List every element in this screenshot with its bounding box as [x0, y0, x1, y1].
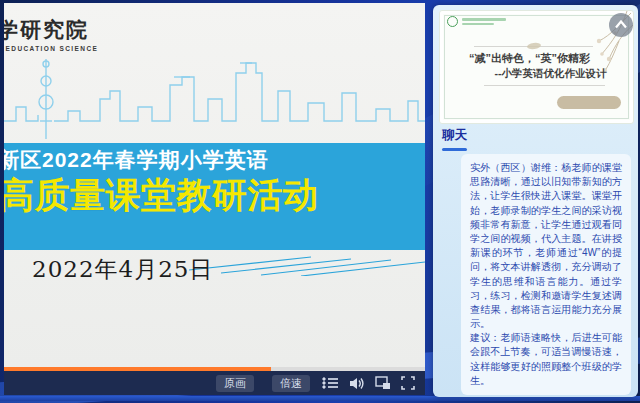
quality-button[interactable]: 原画 [216, 375, 254, 392]
banner-subtitle-text: 新区2022年春学期小学英语 [4, 146, 269, 174]
chat-tab-label: 聊天 [442, 127, 467, 144]
video-player-window: 学研究院 F EDUCATION SCIENCE 新区2022年春学期小学英语 … [4, 3, 425, 395]
thumbnail-divider-bottom [484, 85, 605, 86]
chevron-up-icon [609, 13, 633, 37]
meeting-side-panel: “减”出特色，“英”你精彩 --小学英语优化作业设计 聊天 实外（西区）谢维：杨… [433, 5, 638, 397]
thumbnail-divider-top [474, 46, 593, 47]
institute-logo: 学研究院 F EDUCATION SCIENCE [4, 16, 98, 52]
city-skyline-illustration [4, 51, 425, 143]
thumbnail-school-logo [447, 16, 506, 27]
chat-tab-active-indicator [442, 148, 467, 151]
slide-date: 2022年4月25日 [32, 254, 213, 285]
thumbnail-author-badge [557, 96, 621, 109]
fullscreen-icon[interactable] [401, 376, 415, 390]
chat-message: 实外（西区）谢维：杨老师的课堂思路清晰，通过以旧知带新知的方法，让学生很快进入课… [461, 154, 631, 395]
banner-headline-text: 高质量课堂教研活动 [4, 172, 319, 219]
thumbnail-title-line1: “减”出特色，“英”你精彩 [440, 51, 619, 66]
logo-title: 学研究院 [4, 16, 98, 44]
chat-message-suggestion: 建议：老师语速略快，后进生可能会跟不上节奏，可适当调慢语速，这样能够更好的照顾整… [470, 331, 622, 388]
pip-icon[interactable] [375, 376, 391, 390]
presentation-slide: 学研究院 F EDUCATION SCIENCE 新区2022年春学期小学英语 … [4, 3, 425, 367]
school-logo-text [462, 18, 506, 25]
playback-speed-button[interactable]: 倍速 [272, 375, 310, 392]
thumbnail-title-line2: --小学英语优化作业设计 [476, 67, 625, 81]
video-control-bar: 原画 倍速 [4, 371, 425, 395]
collapse-panel-button[interactable] [609, 13, 633, 37]
tab-chat[interactable]: 聊天 [442, 127, 467, 151]
presenter-video-thumbnail[interactable]: “减”出特色，“英”你精彩 --小学英语优化作业设计 [439, 10, 634, 124]
slide-title-banner: 新区2022年春学期小学英语 高质量课堂教研活动 [4, 143, 425, 250]
diagonal-pinstripes-decoration [189, 250, 425, 276]
volume-icon[interactable] [349, 377, 365, 390]
school-logo-icon [447, 16, 458, 27]
chat-message-text: 实外（西区）谢维：杨老师的课堂思路清晰，通过以旧知带新知的方法，让学生很快进入课… [470, 161, 622, 331]
playlist-icon[interactable] [322, 376, 339, 390]
